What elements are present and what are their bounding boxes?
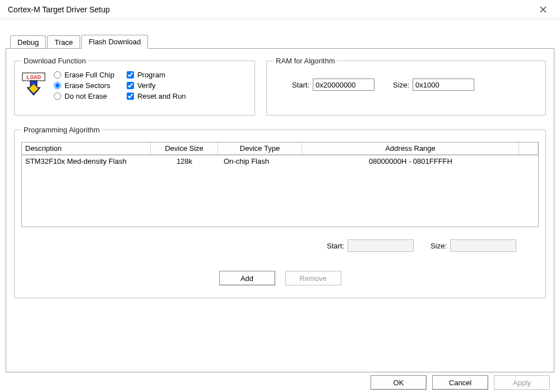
ram-size-input[interactable]: [413, 79, 474, 91]
group-algo-legend: Programming Algorithm: [21, 126, 102, 134]
col-description[interactable]: Description: [22, 142, 151, 155]
check-reset-and-run[interactable]: Reset and Run: [127, 92, 186, 100]
radio-erase-sectors[interactable]: Erase Sectors: [54, 81, 114, 90]
radio-erase-sectors-label: Erase Sectors: [64, 81, 110, 90]
tab-flash-download[interactable]: Flash Download: [81, 35, 148, 49]
group-ram-for-algorithm: RAM for Algorithm Start: Size:: [266, 57, 546, 116]
radio-erase-full-chip-label: Erase Full Chip: [64, 71, 114, 79]
apply-button[interactable]: Apply: [494, 375, 550, 390]
check-program[interactable]: Program: [127, 71, 186, 79]
radio-do-not-erase-label: Do not Erase: [64, 92, 107, 100]
col-device-type[interactable]: Device Type: [218, 142, 302, 155]
group-ram-legend: RAM for Algorithm: [274, 57, 337, 65]
window-title: Cortex-M Target Driver Setup: [8, 5, 110, 14]
ram-size-label: Size:: [388, 81, 409, 89]
close-icon: [540, 6, 547, 13]
tabstrip: Debug Trace Flash Download: [10, 33, 554, 48]
window-titlebar: Cortex-M Target Driver Setup: [0, 0, 560, 19]
radio-erase-sectors-input[interactable]: [54, 82, 61, 89]
cancel-button[interactable]: Cancel: [432, 375, 488, 390]
cell-description: STM32F10x Med-density Flash: [22, 155, 151, 167]
svg-text:LOAD: LOAD: [26, 74, 41, 81]
cell-device-size: 128k: [151, 155, 218, 167]
tab-debug[interactable]: Debug: [10, 35, 46, 49]
tab-page-flash-download: Download Function LOAD Erase Full Chip: [6, 48, 554, 372]
check-verify-label: Verify: [137, 81, 156, 90]
algo-size-input[interactable]: [450, 239, 516, 252]
ram-start-input[interactable]: [313, 79, 374, 91]
col-padding: [519, 142, 538, 155]
ok-button[interactable]: OK: [371, 375, 427, 390]
tab-trace[interactable]: Trace: [47, 35, 80, 49]
algo-size-label: Size:: [431, 242, 447, 250]
check-reset-and-run-label: Reset and Run: [137, 92, 186, 100]
load-icon: LOAD: [21, 72, 46, 96]
algo-start-label: Start:: [327, 242, 344, 250]
table-row[interactable]: STM32F10x Med-density Flash 128k On-chip…: [22, 155, 538, 167]
window-close-button[interactable]: [532, 1, 554, 18]
col-address-range[interactable]: Address Range: [302, 142, 519, 155]
add-button[interactable]: Add: [219, 271, 275, 285]
check-program-label: Program: [137, 71, 165, 79]
algo-start-input[interactable]: [348, 239, 414, 252]
check-verify[interactable]: Verify: [127, 81, 186, 90]
cell-device-type: On-chip Flash: [218, 155, 302, 167]
algo-table-header: Description Device Size Device Type Addr…: [22, 142, 538, 155]
check-reset-and-run-input[interactable]: [127, 93, 134, 100]
remove-button[interactable]: Remove: [285, 271, 341, 285]
group-download-function: Download Function LOAD Erase Full Chip: [14, 57, 255, 116]
radio-do-not-erase[interactable]: Do not Erase: [54, 92, 114, 100]
group-download-function-legend: Download Function: [21, 57, 88, 65]
ram-start-label: Start:: [285, 81, 309, 89]
cell-address-range: 08000000H - 0801FFFFH: [302, 155, 519, 167]
algo-table[interactable]: Description Device Size Device Type Addr…: [21, 142, 539, 227]
radio-do-not-erase-input[interactable]: [54, 93, 61, 100]
group-programming-algorithm: Programming Algorithm Description Device…: [14, 126, 546, 298]
dialog-button-row: OK Cancel Apply: [371, 375, 550, 390]
radio-erase-full-chip[interactable]: Erase Full Chip: [54, 71, 114, 79]
col-device-size[interactable]: Device Size: [151, 142, 218, 155]
radio-erase-full-chip-input[interactable]: [54, 71, 61, 79]
check-verify-input[interactable]: [127, 82, 134, 89]
check-program-input[interactable]: [127, 71, 134, 79]
